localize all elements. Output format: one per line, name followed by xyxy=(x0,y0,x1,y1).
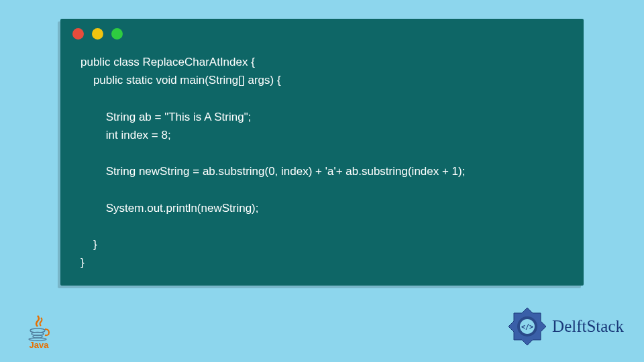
delftstack-label: DelftStack xyxy=(552,317,624,336)
delftstack-badge-icon: </> xyxy=(506,306,548,347)
code-line: String ab = "This is A String"; xyxy=(80,111,251,123)
maximize-icon xyxy=(111,28,123,40)
code-line: } xyxy=(80,256,85,269)
code-line: System.out.println(newString); xyxy=(80,202,258,215)
code-line: String newString = ab.substring(0, index… xyxy=(80,165,465,178)
minimize-icon xyxy=(92,28,103,40)
code-line: int index = 8; xyxy=(80,129,171,141)
code-line: } xyxy=(80,238,97,251)
java-cup-icon xyxy=(25,314,52,341)
code-line: public static void main(String[] args) { xyxy=(80,74,281,86)
java-label: Java xyxy=(30,340,49,350)
svg-point-3 xyxy=(29,338,46,341)
svg-text:</>: </> xyxy=(521,323,533,330)
delftstack-logo: </> DelftStack xyxy=(506,306,624,347)
close-icon xyxy=(72,28,84,40)
code-block: public class ReplaceCharAtIndex { public… xyxy=(60,40,584,285)
window-controls xyxy=(60,19,584,40)
java-logo: Java xyxy=(25,314,52,350)
code-line: public class ReplaceCharAtIndex { xyxy=(80,56,255,68)
code-window: public class ReplaceCharAtIndex { public… xyxy=(60,19,584,286)
